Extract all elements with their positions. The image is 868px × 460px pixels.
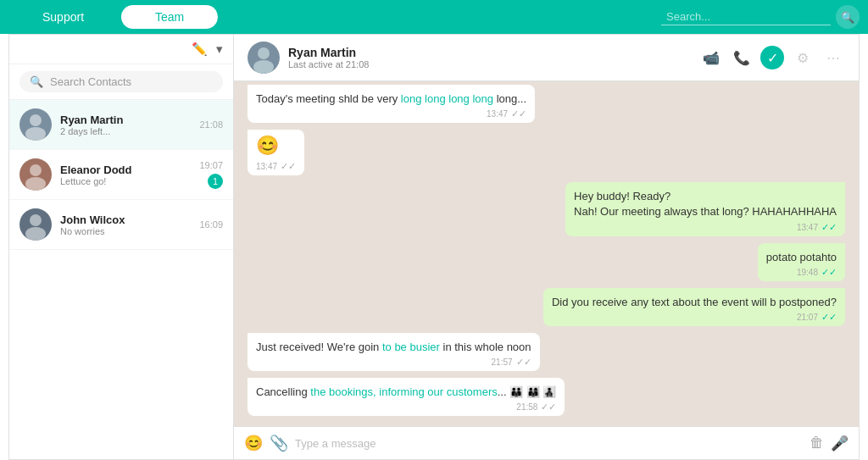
- phone-call-icon[interactable]: 📞: [730, 46, 754, 69]
- svg-point-7: [253, 60, 274, 74]
- contact-meta-john: 16:09: [199, 219, 223, 230]
- more-icon[interactable]: ⋯: [821, 46, 845, 69]
- message-time-4: 13:47: [797, 223, 818, 232]
- contact-time-ryan: 21:08: [199, 119, 223, 130]
- message-tick-2: ✓✓: [511, 108, 526, 119]
- search-contacts-inner: 🔍: [19, 71, 223, 92]
- contact-item-ryan[interactable]: Ryan Martin 2 days left... 21:08: [9, 100, 233, 150]
- message-row-3: 😊 13:47 ✓✓: [248, 130, 845, 175]
- contact-list: Ryan Martin 2 days left... 21:08 Eleanor…: [9, 100, 233, 459]
- message-time-5: 19:48: [797, 268, 818, 277]
- message-row-7: Just received! We're goin to be busier i…: [248, 333, 845, 371]
- header-search-button[interactable]: 🔍: [836, 5, 860, 29]
- contact-badge-eleanor: 1: [208, 174, 223, 189]
- message-text-4: Hey buddy! Ready?Nah! Our meeting always…: [574, 189, 837, 219]
- compose-icon[interactable]: ✏️: [192, 42, 208, 57]
- chat-header: Ryan Martin Last active at 21:08 📹 📞 ✓ ⚙…: [234, 35, 859, 81]
- contact-preview-ryan: 2 days left...: [60, 126, 191, 136]
- message-footer-2: 13:47 ✓✓: [256, 108, 526, 119]
- message-time-6: 21:07: [797, 313, 818, 322]
- messages-container: Hey buddy! Ready? 9:46 ✓✓ Today's meetin…: [234, 81, 859, 426]
- contact-name-john: John Wilcox: [60, 213, 191, 226]
- message-text-8: Cancelling the bookings, informing our c…: [256, 385, 556, 400]
- contact-info-ryan: Ryan Martin 2 days left...: [60, 114, 191, 136]
- avatar-ryan: [19, 108, 52, 141]
- message-text-6: Did you receive any text about the event…: [552, 295, 837, 310]
- tab-support[interactable]: Support: [8, 5, 118, 29]
- chat-contact-name: Ryan Martin: [288, 46, 691, 59]
- svg-point-0: [30, 114, 42, 126]
- contact-preview-eleanor: Lettuce go!: [60, 176, 191, 186]
- message-row-4: Hey buddy! Ready?Nah! Our meeting always…: [248, 182, 845, 236]
- main-container: ✏️ ▾ 🔍 Ryan Martin 2 days left... 21:08: [8, 34, 860, 460]
- contact-meta-eleanor: 19:07 1: [199, 160, 223, 189]
- input-right-actions: 🗑 🎤: [810, 435, 849, 452]
- message-tick-6: ✓✓: [821, 312, 837, 323]
- message-time-3: 13:47: [256, 162, 277, 171]
- message-row-5: potato potahto 19:48 ✓✓: [248, 243, 845, 281]
- contact-item-john[interactable]: John Wilcox No worries 16:09: [9, 200, 233, 250]
- message-row-2: Today's meeting shld be very long long l…: [248, 85, 845, 123]
- message-text-5: potato potahto: [766, 250, 837, 265]
- chat-input-bar: 😊 📎 🗑 🎤: [234, 426, 859, 459]
- contact-meta-ryan: 21:08: [199, 119, 223, 130]
- contact-name-eleanor: Eleanor Dodd: [60, 163, 191, 176]
- chevron-down-icon[interactable]: ▾: [216, 42, 223, 57]
- contact-info-eleanor: Eleanor Dodd Lettuce go!: [60, 163, 191, 186]
- chat-header-info: Ryan Martin Last active at 21:08: [288, 46, 691, 69]
- contact-info-john: John Wilcox No worries: [60, 213, 191, 236]
- whatsapp-icon[interactable]: ✓: [760, 46, 784, 69]
- svg-point-3: [25, 177, 46, 191]
- message-tick-8: ✓✓: [541, 402, 556, 413]
- delete-icon[interactable]: 🗑: [810, 435, 824, 452]
- settings-icon[interactable]: ⚙: [791, 46, 815, 69]
- message-time-2: 13:47: [487, 109, 508, 119]
- search-icon: 🔍: [30, 75, 43, 88]
- message-tick-4: ✓✓: [821, 222, 837, 233]
- contact-time-eleanor: 19:07: [199, 160, 223, 170]
- chat-avatar: [248, 42, 280, 74]
- message-row-8: Cancelling the bookings, informing our c…: [248, 378, 845, 416]
- message-footer-6: 21:07 ✓✓: [552, 312, 837, 323]
- message-time-8: 21:58: [516, 402, 537, 412]
- chat-last-active: Last active at 21:08: [288, 59, 691, 69]
- message-bubble-6: Did you receive any text about the event…: [543, 288, 845, 326]
- message-time-7: 21:57: [492, 357, 513, 367]
- contact-time-john: 16:09: [199, 219, 223, 230]
- tab-team[interactable]: Team: [121, 5, 218, 29]
- sidebar: ✏️ ▾ 🔍 Ryan Martin 2 days left... 21:08: [9, 35, 234, 459]
- video-call-icon[interactable]: 📹: [699, 46, 723, 69]
- header-search-input[interactable]: [666, 10, 810, 23]
- message-footer-7: 21:57 ✓✓: [256, 357, 531, 368]
- message-row-6: Did you receive any text about the event…: [248, 288, 845, 326]
- message-text-3: 😊: [256, 133, 296, 159]
- message-bubble-8: Cancelling the bookings, informing our c…: [248, 378, 565, 416]
- message-bubble-4: Hey buddy! Ready?Nah! Our meeting always…: [565, 182, 845, 236]
- message-footer-3: 13:47 ✓✓: [256, 161, 296, 172]
- svg-point-1: [25, 127, 46, 141]
- avatar-eleanor: [19, 158, 52, 191]
- contact-preview-john: No worries: [60, 226, 191, 236]
- svg-point-5: [25, 227, 46, 241]
- mic-icon[interactable]: 🎤: [831, 435, 849, 452]
- message-bubble-2: Today's meeting shld be very long long l…: [248, 85, 535, 123]
- emoji-icon[interactable]: 😊: [244, 434, 263, 452]
- svg-point-2: [30, 164, 42, 176]
- attachment-icon[interactable]: 📎: [270, 434, 288, 452]
- message-tick-7: ✓✓: [516, 357, 531, 368]
- contact-name-ryan: Ryan Martin: [60, 114, 191, 126]
- search-contacts-input[interactable]: [50, 75, 213, 88]
- message-input[interactable]: [295, 437, 803, 450]
- message-footer-8: 21:58 ✓✓: [256, 402, 556, 413]
- message-text-2: Today's meeting shld be very long long l…: [256, 91, 526, 107]
- message-footer-4: 13:47 ✓✓: [574, 222, 837, 233]
- chat-area: Ryan Martin Last active at 21:08 📹 📞 ✓ ⚙…: [234, 35, 859, 459]
- svg-point-6: [258, 47, 270, 59]
- contact-item-eleanor[interactable]: Eleanor Dodd Lettuce go! 19:07 1: [9, 150, 233, 200]
- message-footer-5: 19:48 ✓✓: [766, 267, 837, 278]
- message-tick-5: ✓✓: [821, 267, 837, 278]
- search-contacts-container: 🔍: [9, 64, 233, 100]
- message-text-7: Just received! We're goin to be busier i…: [256, 340, 531, 355]
- message-bubble-7: Just received! We're goin to be busier i…: [248, 333, 540, 371]
- header-search-container: [661, 8, 831, 25]
